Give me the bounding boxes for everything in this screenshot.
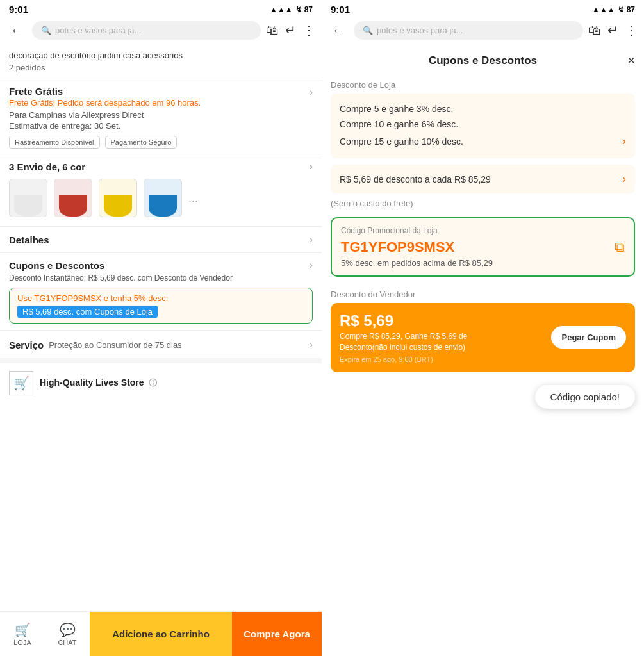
chat-button[interactable]: 💬 CHAT [45,612,90,657]
vendedor-expiry: Expira em 25 ago, 9:00 (BRT) [340,356,467,363]
swatch-white[interactable] [9,179,47,217]
store-info-icon[interactable]: ⓘ [149,378,157,388]
cupons-line2: R$ 5,69 desc. com Cupons de Loja [17,306,158,318]
share-icon-right[interactable]: ↵ [607,22,618,38]
share-icon-left[interactable]: ↵ [285,22,296,38]
discount-text-2: Compre 15 e ganhe 10% desc. [340,136,463,147]
service-row[interactable]: Serviço Proteção ao Consumidor de 75 dia… [9,340,182,350]
single-discount-box[interactable]: R$ 5,69 de desconto a cada R$ 85,29 › [331,165,635,193]
header-text: decoração de escritório jardim casa aces… [0,44,322,63]
status-time-left: 9:01 [9,4,28,15]
modal-close-button[interactable]: × [627,53,635,68]
signal-icon-right: ▲▲▲ [592,5,615,14]
discount-row-2: Compre 15 e ganhe 10% desc. › [340,132,626,151]
pegar-cupom-button[interactable]: Pegar Cupom [551,326,626,348]
swatch-blue[interactable] [144,179,182,217]
promo-code: TG1YFOP9SMSX [341,239,454,256]
variants-chevron: › [310,161,313,172]
shipping-subtitle: Frete Grátis! Pedido será despachado em … [9,98,313,108]
vendedor-price: R$ 5,69 [340,312,467,330]
cart-icon-right[interactable]: 🛍 [588,23,601,38]
back-button-left[interactable]: ← [6,20,27,40]
buy-now-button[interactable]: Compre Agora [232,612,322,656]
status-icons-right: ▲▲▲ ↯ 87 [592,5,635,14]
discount-text-1: Compre 10 e ganhe 6% desc. [340,119,458,129]
cupons-highlight-box: Use TG1YFOP9SMSX e tenha 5% desc. R$ 5,6… [9,288,313,324]
cupons-section: Cupons e Descontos › Desconto Instantâne… [0,252,322,330]
wifi-icon-left: ↯ [295,5,302,14]
swatch-red[interactable] [54,179,92,217]
bottom-bar: 🛒 LOJA 💬 CHAT Adicione ao Carrinho Compr… [0,611,322,656]
search-placeholder-right: potes e vasos para ja... [377,26,463,35]
discount-row-1: Compre 10 e ganhe 6% desc. [340,117,626,132]
right-inner: 9:01 ▲▲▲ ↯ 87 ← 🔍 potes e vasos para ja.… [322,0,644,656]
back-button-right[interactable]: ← [328,20,349,40]
shipping-badges: Rastreamento Disponível Pagamento Seguro [9,136,313,149]
modal-title: Cupons e Descontos [429,54,537,67]
modal-content: Cupons e Descontos × Desconto de Loja Co… [322,44,644,611]
cupons-line1: Use TG1YFOP9SMSX e tenha 5% desc. [17,293,304,303]
search-icon-right: 🔍 [363,26,373,35]
nav-bar-left: ← 🔍 potes e vasos para ja... 🛍 ↵ ⋮ [0,17,322,44]
promo-label: Código Promocional da Loja [341,226,625,235]
cart-icon-left[interactable]: 🛍 [266,23,279,38]
details-label: Detalhes [9,234,49,245]
discount-arrow-2[interactable]: › [622,135,626,148]
service-label: Serviço [9,340,44,350]
promo-code-box: Código Promocional da Loja TG1YFOP9SMSX … [331,217,635,277]
shipping-section: Frete Grátis › Frete Grátis! Pedido será… [0,79,322,158]
store-section: 🛒 High-Quality Lives Store ⓘ [0,358,322,403]
loja-button[interactable]: 🛒 LOJA [0,612,45,657]
more-icon-left[interactable]: ⋮ [302,22,315,38]
service-value: Proteção ao Consumidor de 75 dias [49,340,181,350]
chat-label: CHAT [58,639,76,646]
discount-text-0: Compre 5 e ganhe 3% desc. [340,104,453,114]
badge-rastreamento: Rastreamento Disponível [9,136,100,149]
variants-section: 3 Envio de, 6 cor › [0,158,322,226]
vendedor-desc: Compre R$ 85,29, Ganhe R$ 5,69 deDescont… [340,331,467,353]
wifi-icon-right: ↯ [618,5,624,14]
cupons-chevron: › [310,259,313,271]
more-swatches[interactable]: ... [188,192,198,205]
badge-pagamento: Pagamento Seguro [105,136,178,149]
battery-icon-left: 87 [304,5,313,14]
search-placeholder-left: potes e vasos para ja... [55,26,141,35]
search-bar-left[interactable]: 🔍 potes e vasos para ja... [32,21,261,40]
search-bar-right[interactable]: 🔍 potes e vasos para ja... [354,21,583,40]
details-chevron: › [310,234,313,245]
single-discount-text: R$ 5,69 de desconto a cada R$ 85,29 [340,174,491,184]
orders-count: 2 pedidos [0,63,322,79]
status-icons-left: ▲▲▲ ↯ 87 [270,5,313,14]
cupons-title-row[interactable]: Cupons e Descontos › [9,259,313,271]
battery-icon-right: 87 [627,5,635,14]
promo-desc: 5% desc. em pedidos acima de R$ 85,29 [341,258,625,268]
shipping-chevron: › [310,86,313,98]
shipping-detail2: Estimativa de entrega: 30 Set. [9,121,313,131]
toast-message: Código copiado! [535,385,635,409]
add-to-cart-button[interactable]: Adicione ao Carrinho [90,612,232,656]
nav-bar-right: ← 🔍 potes e vasos para ja... 🛍 ↵ ⋮ [322,17,644,44]
more-icon-right[interactable]: ⋮ [625,22,638,38]
desconto-loja-label: Desconto de Loja [322,74,644,94]
nav-icons-left: 🛍 ↵ ⋮ [266,22,315,38]
shipping-title-row[interactable]: Frete Grátis › [9,86,313,98]
shipping-title: Frete Grátis [9,86,63,97]
signal-icon-left: ▲▲▲ [270,5,293,14]
chat-icon: 💬 [60,622,76,637]
discount-store-box: Compre 5 e ganhe 3% desc. Compre 10 e ga… [331,94,635,158]
cupons-title: Cupons e Descontos [9,260,104,271]
search-icon-left: 🔍 [41,26,51,35]
details-row[interactable]: Detalhes › [9,234,313,245]
status-bar-right: 9:01 ▲▲▲ ↯ 87 [322,0,644,17]
nav-icons-right: 🛍 ↵ ⋮ [588,22,638,38]
modal-header: Cupons e Descontos × [322,44,644,74]
promo-code-row: TG1YFOP9SMSX ⧉ [341,239,625,256]
sem-frete: (Sem o custo do frete) [322,193,644,211]
service-section: Serviço Proteção ao Consumidor de 75 dia… [0,331,322,358]
variants-label[interactable]: 3 Envio de, 6 cor › [9,161,313,172]
swatch-yellow[interactable] [99,179,137,217]
store-name: High-Quality Lives Store ⓘ [40,377,157,389]
copy-code-button[interactable]: ⧉ [615,239,625,256]
right-bottom-bar [322,611,644,656]
loja-label: LOJA [13,639,31,646]
